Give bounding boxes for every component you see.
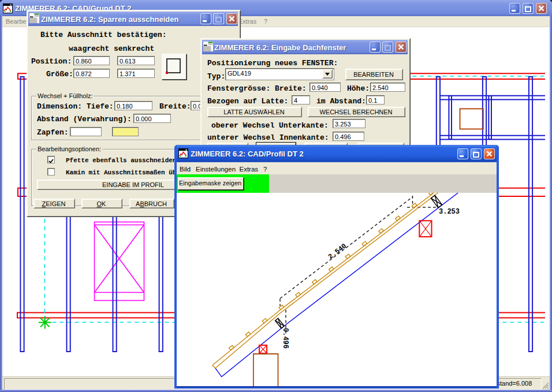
svg-text:2.540: 2.540 [327, 242, 348, 261]
svg-text:0.496: 0.496 [281, 328, 289, 349]
svg-text:3.253: 3.253 [439, 208, 460, 216]
